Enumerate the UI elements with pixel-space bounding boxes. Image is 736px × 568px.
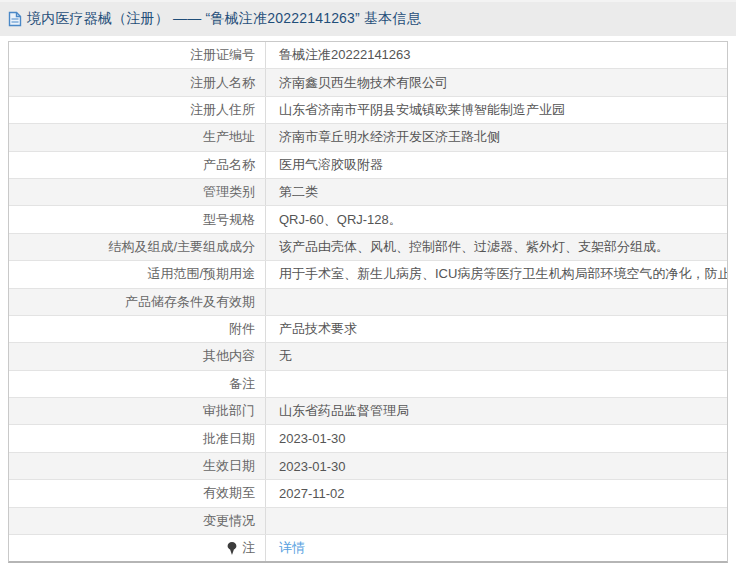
row-value [266, 371, 727, 397]
table-row: 型号规格 QRJ-60、QRJ-128。 [9, 206, 727, 233]
row-label: 有效期至 [9, 480, 266, 506]
row-label: 结构及组成/主要组成成分 [9, 234, 266, 260]
table-row: 其他内容 无 [9, 343, 727, 370]
row-value: 2023-01-30 [266, 425, 727, 451]
row-label-text: 注 [242, 539, 255, 557]
row-label-text: 其他内容 [203, 347, 255, 365]
row-value: 详情 [266, 535, 727, 561]
row-value: 山东省济南市平阴县安城镇欧莱博智能制造产业园 [266, 97, 727, 123]
row-label: 审批部门 [9, 398, 266, 424]
table-row: 产品名称 医用气溶胶吸附器 [9, 152, 727, 179]
pin-icon [227, 542, 237, 555]
row-label-text: 附件 [229, 320, 255, 338]
row-value: 济南市章丘明水经济开发区济王路北侧 [266, 124, 727, 150]
table-row: 变更情况 [9, 508, 727, 535]
table-row: 生效日期 2023-01-30 [9, 453, 727, 480]
table-row: 批准日期 2023-01-30 [9, 425, 727, 452]
row-value: 山东省药品监督管理局 [266, 398, 727, 424]
row-value [266, 508, 727, 534]
row-value: 该产品由壳体、风机、控制部件、过滤器、紫外灯、支架部分组成。 [266, 234, 727, 260]
row-label-text: 生效日期 [203, 457, 255, 475]
table-row: 注 详情 [9, 535, 727, 561]
table-row: 注册人住所 山东省济南市平阴县安城镇欧莱博智能制造产业园 [9, 97, 727, 124]
row-label: 注册人住所 [9, 97, 266, 123]
row-value: QRJ-60、QRJ-128。 [266, 206, 727, 232]
row-label-text: 注册人名称 [190, 74, 255, 92]
row-label-text: 管理类别 [203, 183, 255, 201]
page-title: 境内医疗器械（注册） —— “鲁械注准20222141263” 基本信息 [27, 10, 421, 28]
row-value: 2023-01-30 [266, 453, 727, 479]
row-label-text: 生产地址 [203, 128, 255, 146]
table-row: 生产地址 济南市章丘明水经济开发区济王路北侧 [9, 124, 727, 151]
row-label-text: 适用范围/预期用途 [147, 265, 255, 283]
row-label-text: 变更情况 [203, 512, 255, 530]
table-row: 附件 产品技术要求 [9, 316, 727, 343]
row-label-text: 产品储存条件及有效期 [125, 293, 255, 311]
row-label: 生产地址 [9, 124, 266, 150]
page: 境内医疗器械（注册） —— “鲁械注准20222141263” 基本信息 注册证… [0, 0, 736, 568]
row-label: 其他内容 [9, 343, 266, 369]
row-label: 注册人名称 [9, 69, 266, 95]
table-row: 有效期至 2027-11-02 [9, 480, 727, 507]
table-row: 结构及组成/主要组成成分 该产品由壳体、风机、控制部件、过滤器、紫外灯、支架部分… [9, 234, 727, 261]
row-label-text: 结构及组成/主要组成成分 [108, 238, 255, 256]
row-label: 型号规格 [9, 206, 266, 232]
table-row: 审批部门 山东省药品监督管理局 [9, 398, 727, 425]
row-label: 产品储存条件及有效期 [9, 289, 266, 315]
row-label-text: 注册人住所 [190, 101, 255, 119]
row-label: 附件 [9, 316, 266, 342]
row-label-text: 批准日期 [203, 430, 255, 448]
table-row: 产品储存条件及有效期 [9, 289, 727, 316]
table-row: 管理类别 第二类 [9, 179, 727, 206]
row-label-text: 备注 [229, 375, 255, 393]
row-label: 注 [9, 535, 266, 561]
row-value: 无 [266, 343, 727, 369]
row-label-text: 审批部门 [203, 402, 255, 420]
table-row: 备注 [9, 371, 727, 398]
row-value [266, 289, 727, 315]
row-label-text: 有效期至 [203, 484, 255, 502]
detail-link[interactable]: 详情 [279, 539, 305, 557]
table-row: 适用范围/预期用途 用于手术室、新生儿病房、ICU病房等医疗卫生机构局部环境空气… [9, 261, 727, 288]
table-row: 注册证编号 鲁械注准20222141263 [9, 42, 727, 69]
row-label: 适用范围/预期用途 [9, 261, 266, 287]
row-label-text: 注册证编号 [190, 46, 255, 64]
registration-table: 注册证编号 鲁械注准20222141263 注册人名称 济南鑫贝西生物技术有限公… [8, 41, 728, 563]
row-value: 用于手术室、新生儿病房、ICU病房等医疗卫生机构局部环境空气的净化，防止患者感染… [266, 261, 727, 287]
row-label: 批准日期 [9, 425, 266, 451]
row-value: 鲁械注准20222141263 [266, 42, 727, 68]
row-label: 管理类别 [9, 179, 266, 205]
row-label: 生效日期 [9, 453, 266, 479]
document-icon [8, 11, 22, 27]
row-label-text: 产品名称 [203, 156, 255, 174]
row-label-text: 型号规格 [203, 211, 255, 229]
row-label: 备注 [9, 371, 266, 397]
row-value: 济南鑫贝西生物技术有限公司 [266, 69, 727, 95]
row-label: 产品名称 [9, 152, 266, 178]
row-value: 第二类 [266, 179, 727, 205]
row-value: 产品技术要求 [266, 316, 727, 342]
table-row: 注册人名称 济南鑫贝西生物技术有限公司 [9, 69, 727, 96]
row-value: 2027-11-02 [266, 480, 727, 506]
page-header: 境内医疗器械（注册） —— “鲁械注准20222141263” 基本信息 [0, 0, 736, 36]
row-value: 医用气溶胶吸附器 [266, 152, 727, 178]
row-label: 变更情况 [9, 508, 266, 534]
row-label: 注册证编号 [9, 42, 266, 68]
